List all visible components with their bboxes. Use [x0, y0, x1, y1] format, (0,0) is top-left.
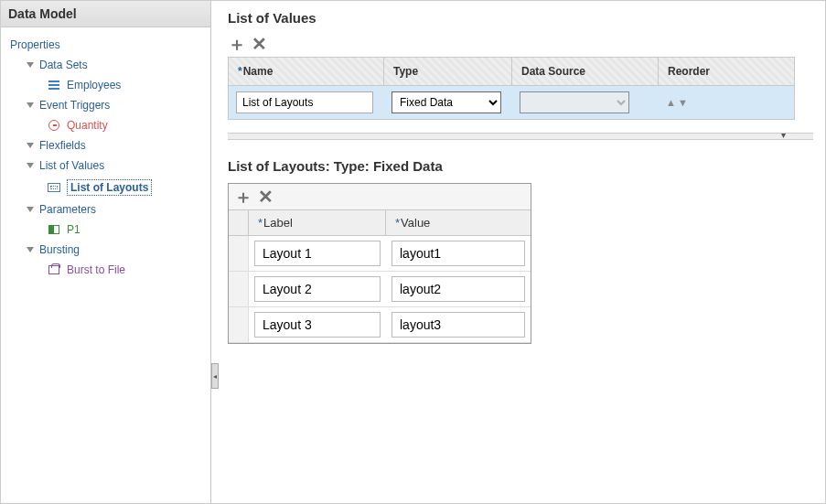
- tree-leaf-list-of-layouts[interactable]: List of Layouts: [10, 176, 210, 199]
- tree-node-list-of-values[interactable]: List of Values: [10, 155, 210, 176]
- col-name: Name: [229, 58, 384, 86]
- add-icon[interactable]: ＋: [228, 35, 246, 53]
- label-input[interactable]: [254, 312, 381, 338]
- delete-icon[interactable]: ✕: [252, 35, 267, 53]
- col-data-source: Data Source: [512, 58, 659, 86]
- tree-label-selected: List of Layouts: [67, 179, 152, 196]
- sub-heading: List of Layouts: Type: Fixed Data: [228, 158, 807, 174]
- tree-label: Quantity: [67, 119, 108, 132]
- fixed-data-grid: ＋ ✕ Label Value: [228, 183, 531, 344]
- tree-label: Burst to File: [67, 263, 125, 276]
- tree-label: Parameters: [39, 203, 96, 216]
- tree-root-properties[interactable]: Properties: [10, 35, 210, 55]
- tree-label: Data Sets: [39, 59, 88, 71]
- fixed-data-row[interactable]: [229, 236, 531, 272]
- param-icon: [47, 223, 61, 236]
- tree-label: Employees: [67, 79, 121, 91]
- name-input[interactable]: [236, 91, 373, 113]
- tree-node-bursting[interactable]: Bursting: [10, 240, 210, 260]
- main-panel: List of Values ＋ ✕ Name Type Data Source…: [211, 1, 825, 503]
- tree-label: List of Values: [39, 159, 104, 172]
- col-label: Label: [249, 210, 386, 236]
- col-handle: [229, 210, 249, 236]
- add-icon[interactable]: ＋: [234, 188, 252, 206]
- tree-label: Flexfields: [39, 139, 86, 152]
- collapse-icon: [27, 143, 34, 148]
- label-input[interactable]: [254, 276, 381, 302]
- label-input[interactable]: [254, 241, 381, 266]
- type-select[interactable]: Fixed Data: [392, 91, 501, 113]
- col-reorder: Reorder: [659, 58, 794, 86]
- fixed-data-row[interactable]: [229, 307, 531, 343]
- collapse-icon: [27, 247, 34, 252]
- col-type: Type: [384, 58, 512, 86]
- sidebar-title: Data Model: [1, 1, 210, 27]
- tree-label: Event Triggers: [39, 99, 110, 112]
- data-source-select: [520, 91, 629, 113]
- lov-row[interactable]: Fixed Data ▲ ▼: [229, 86, 794, 119]
- move-down-icon[interactable]: ▼: [678, 97, 688, 108]
- row-handle[interactable]: [229, 272, 249, 306]
- fixed-data-toolbar: ＋ ✕: [229, 184, 531, 210]
- sidebar: Data Model Properties Data Sets Employee…: [1, 1, 211, 503]
- collapse-icon: [27, 207, 34, 212]
- tree-label: Bursting: [39, 243, 80, 256]
- tree-node-flexfields[interactable]: Flexfields: [10, 135, 210, 155]
- lov-icon: [47, 181, 61, 194]
- col-value: Value: [386, 210, 531, 236]
- value-input[interactable]: [392, 241, 525, 266]
- row-handle[interactable]: [229, 307, 249, 342]
- horizontal-splitter[interactable]: [228, 133, 813, 140]
- collapse-icon: [27, 62, 34, 68]
- tree-node-parameters[interactable]: Parameters: [10, 199, 210, 220]
- tree-node-data-sets[interactable]: Data Sets: [10, 55, 210, 75]
- value-input[interactable]: [392, 276, 525, 302]
- clock-icon: [47, 119, 61, 132]
- section-heading: List of Values: [228, 10, 807, 26]
- tree-leaf-employees[interactable]: Employees: [10, 75, 210, 95]
- value-input[interactable]: [392, 312, 525, 338]
- lov-grid: Name Type Data Source Reorder Fixed Data: [228, 57, 795, 120]
- collapse-icon: [27, 102, 34, 108]
- tree-leaf-p1[interactable]: P1: [10, 220, 210, 240]
- collapse-icon: [27, 163, 34, 168]
- tree: Properties Data Sets Employees Event Tri…: [1, 27, 210, 502]
- tree-label: P1: [67, 223, 80, 236]
- fixed-data-row[interactable]: [229, 272, 531, 307]
- tree-label: Properties: [10, 38, 60, 51]
- lov-toolbar: ＋ ✕: [228, 35, 807, 53]
- delete-icon[interactable]: ✕: [258, 188, 274, 206]
- tree-node-event-triggers[interactable]: Event Triggers: [10, 95, 210, 115]
- tree-leaf-burst-to-file[interactable]: Burst to File: [10, 260, 210, 280]
- tree-leaf-quantity[interactable]: Quantity: [10, 115, 210, 135]
- vertical-splitter-handle[interactable]: ◂: [211, 363, 219, 389]
- move-up-icon[interactable]: ▲: [666, 97, 676, 108]
- row-handle[interactable]: [229, 236, 249, 271]
- dataset-icon: [47, 79, 61, 91]
- reorder-controls[interactable]: ▲ ▼: [666, 97, 787, 108]
- burst-icon: [47, 263, 61, 276]
